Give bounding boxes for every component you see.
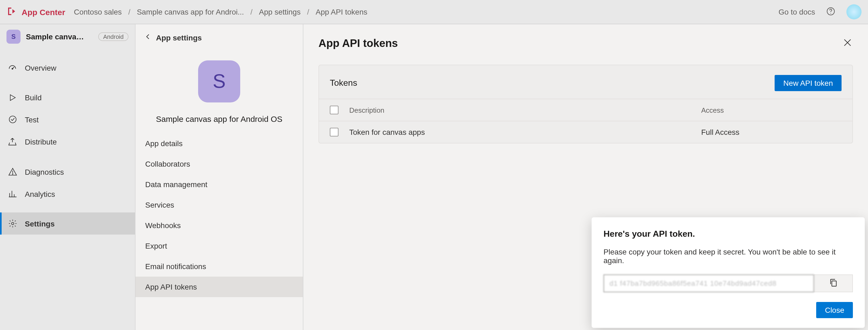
breadcrumb-item-1[interactable]: Sample canvas app for Androi... [137,7,244,16]
gear-icon [7,219,17,228]
settings-back[interactable]: App settings [135,24,303,45]
close-icon[interactable] [842,37,853,50]
check-circle-icon [7,115,17,124]
nav-item-settings[interactable]: Settings [0,212,135,235]
svg-point-2 [12,68,13,69]
page-title: App API tokens [318,37,398,50]
svg-point-3 [9,116,16,123]
settings-column: App settings S Sample canvas app for And… [135,24,303,330]
svg-rect-6 [832,281,836,286]
nav-item-build[interactable]: Build [0,87,135,108]
warning-icon [7,167,17,176]
nav-label: Analytics [25,190,55,198]
distribute-icon [7,137,17,147]
row-description: Token for canvas apps [349,128,701,136]
nav-label: Build [25,93,41,102]
nav-item-analytics[interactable]: Analytics [0,183,135,205]
tokens-card-title: Tokens [330,78,357,88]
nav-item-overview[interactable]: Overview [0,57,135,79]
help-icon[interactable] [826,6,836,18]
goto-docs-link[interactable]: Go to docs [779,7,815,16]
svg-point-5 [11,223,14,225]
bar-chart-icon [7,189,17,198]
play-icon [7,93,17,102]
top-bar: App Center Contoso sales / Sample canvas… [0,0,868,24]
modal-title: Here's your API token. [603,229,853,239]
tokens-card: Tokens New API token Description Access … [318,65,853,143]
breadcrumb: Contoso sales / Sample canvas app for An… [74,7,367,16]
api-token-modal: Here's your API token. Please copy your … [592,217,865,328]
breadcrumb-sep: / [307,7,309,16]
settings-item-app-details[interactable]: App details [135,133,303,154]
app-selector[interactable]: S Sample canvas ... Android [0,24,135,49]
settings-item-export[interactable]: Export [135,236,303,256]
nav-label: Diagnostics [25,167,64,176]
nav-item-diagnostics[interactable]: Diagnostics [0,161,135,183]
settings-item-data-management[interactable]: Data management [135,174,303,195]
breadcrumb-item-0[interactable]: Contoso sales [74,7,122,16]
brand-label: App Center [22,7,65,16]
column-access: Access [701,106,842,114]
row-access: Full Access [701,128,842,136]
row-checkbox[interactable] [330,128,338,136]
main-panel: App API tokens Tokens New API token Desc… [303,24,868,330]
nav-item-test[interactable]: Test [0,108,135,131]
close-button[interactable]: Close [816,302,853,318]
chevron-left-icon [144,33,152,42]
settings-item-webhooks[interactable]: Webhooks [135,215,303,236]
nav-label: Settings [25,219,55,228]
gauge-icon [7,63,17,73]
settings-back-label: App settings [156,33,202,42]
column-description: Description [349,106,701,114]
settings-item-collaborators[interactable]: Collaborators [135,154,303,174]
token-value-field[interactable]: d1 f47ba7bd965ba86f5ea741 10e74bd9ad47ce… [603,274,814,292]
app-hero-name: Sample canvas app for Android OS [156,114,283,124]
brand[interactable]: App Center [6,6,65,18]
breadcrumb-sep: / [250,7,253,16]
select-all-checkbox[interactable] [330,106,338,114]
nav-label: Distribute [25,137,57,146]
app-center-logo-icon [6,6,17,18]
breadcrumb-item-2[interactable]: App settings [259,7,301,16]
app-tile-icon: S [6,30,21,44]
new-api-token-button[interactable]: New API token [775,75,842,91]
svg-point-4 [12,174,13,174]
avatar[interactable] [846,4,862,20]
breadcrumb-item-3[interactable]: App API tokens [316,7,367,16]
left-nav: S Sample canvas ... Android Overview Bu [0,24,135,330]
app-name-label: Sample canvas ... [26,32,85,41]
app-hero-tile-icon: S [198,60,240,102]
nav-label: Test [25,115,39,124]
nav-item-distribute[interactable]: Distribute [0,131,135,153]
copy-token-button[interactable] [814,274,853,292]
platform-badge: Android [98,32,128,41]
modal-body: Please copy your token and keep it secre… [603,248,853,265]
nav-label: Overview [25,64,56,72]
app-hero: S Sample canvas app for Android OS [135,45,303,133]
settings-item-app-api-tokens[interactable]: App API tokens [135,276,303,297]
svg-point-1 [831,13,831,13]
breadcrumb-sep: / [128,7,130,16]
settings-item-services[interactable]: Services [135,195,303,215]
settings-item-email-notifications[interactable]: Email notifications [135,256,303,276]
tokens-table-head: Description Access [319,99,852,121]
copy-icon [828,278,838,289]
table-row[interactable]: Token for canvas apps Full Access [319,121,852,143]
